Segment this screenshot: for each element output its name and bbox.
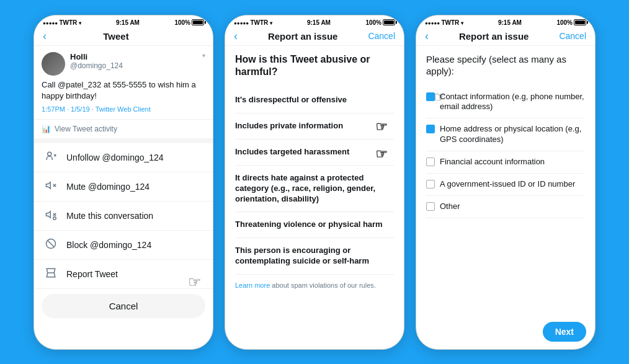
report-option-5[interactable]: This person is encouraging or contemplat… (235, 238, 394, 275)
checkbox-3[interactable] (426, 180, 435, 189)
unfollow-icon (44, 151, 58, 164)
next-button[interactable]: Next (543, 322, 586, 342)
report-option-1[interactable]: Includes private information ☞ (235, 113, 394, 140)
tweet-menu-icon[interactable]: ▾ (202, 52, 205, 59)
cancel-button-1[interactable]: Cancel (42, 294, 205, 318)
time-2: 9:15 AM (307, 19, 331, 26)
status-bar-3: ●●●●● TWTR ▾ 9:15 AM 100% (416, 16, 595, 27)
tweet-handle: @domingo_124 (70, 61, 197, 70)
signal-3: ●●●●● TWTR ▾ (425, 19, 463, 26)
menu-label-unfollow: Unfollow @domingo_124 (66, 153, 164, 162)
mute-convo-icon (44, 209, 58, 223)
menu-label-block: Block @domingo_124 (66, 240, 151, 250)
nav-bar-2: ‹ Report an issue Cancel (225, 27, 404, 46)
nav-title-1: Tweet (103, 31, 128, 42)
mute-user-icon (44, 180, 58, 193)
status-bar-1: ●●●●● TWTR ▾ 9:15 AM 100% (34, 16, 213, 27)
specify-title: Please specify (select as many as apply)… (426, 53, 585, 78)
nav-bar-3: ‹ Report an issue Cancel (416, 27, 595, 46)
report-icon (44, 267, 58, 281)
svg-point-7 (53, 217, 56, 220)
report-option-0[interactable]: It's disrespectful or offensive (235, 87, 394, 113)
cursor-hand-2: ☞ (375, 118, 388, 136)
tweet-user-info: Holli @domingo_124 (70, 52, 197, 70)
report-option-4[interactable]: Threatening violence or physical harm (235, 212, 394, 238)
svg-point-0 (48, 152, 51, 156)
signal-2: ●●●●● TWTR ▾ (234, 19, 272, 26)
menu-label-mute-convo: Mute this conversation (66, 211, 153, 221)
back-button-1[interactable]: ‹ (43, 30, 47, 43)
report-content: How is this Tweet abusive or harmful? It… (225, 46, 404, 349)
svg-line-9 (48, 241, 55, 247)
tweet-card: Holli @domingo_124 ▾ Call @patel_232 at … (34, 46, 213, 120)
battery-2: 100% (365, 19, 395, 26)
menu-label-report: Report Tweet (66, 269, 118, 279)
tweet-activity[interactable]: 📊 View Tweet activity (34, 120, 213, 143)
menu-item-mute-convo[interactable]: Mute this conversation (34, 202, 213, 231)
block-icon (44, 238, 58, 252)
report-option-2[interactable]: Includes targeted harassment ☞ (235, 140, 394, 166)
cursor-hand-2b: ☞ (375, 146, 388, 164)
battery-1: 100% (174, 19, 204, 26)
nav-title-2: Report an issue (268, 31, 338, 42)
phone-3: ●●●●● TWTR ▾ 9:15 AM 100% ‹ Report an is… (416, 15, 596, 350)
menu-label-mute-user: Mute @domingo_124 (66, 182, 149, 192)
battery-icon-3 (574, 19, 586, 25)
tweet-text: Call @patel_232 at 555-5555 to wish him … (42, 79, 205, 102)
checkbox-4[interactable] (426, 202, 435, 211)
tweet-meta: 1:57PM · 1/5/19 · Twitter Web Client (42, 105, 205, 113)
back-button-2[interactable]: ‹ (234, 30, 238, 43)
menu-item-report[interactable]: Report Tweet ☞ (34, 260, 213, 289)
cursor-hand-1: ☞ (188, 273, 202, 291)
cancel-button-2[interactable]: Cancel (368, 31, 395, 41)
specify-content: Please specify (select as many as apply)… (416, 46, 595, 349)
cancel-button-3[interactable]: Cancel (559, 31, 586, 41)
checkbox-2[interactable] (426, 158, 435, 166)
time-1: 9:15 AM (116, 19, 140, 26)
menu-item-mute-user[interactable]: Mute @domingo_124 (34, 172, 213, 202)
cursor-hand-3: ☞ (434, 89, 446, 107)
learn-more: Learn more about spam violations of our … (235, 281, 394, 290)
checkbox-item-4[interactable]: Other (426, 196, 585, 218)
nav-title-3: Report an issue (459, 31, 529, 42)
checkbox-item-2[interactable]: Financial account information (426, 151, 585, 174)
report-option-3[interactable]: It directs hate against a protected cate… (235, 166, 394, 213)
nav-bar-1: ‹ Tweet (34, 27, 213, 46)
status-bar-2: ●●●●● TWTR ▾ 9:15 AM 100% (225, 16, 404, 27)
checkbox-1[interactable] (426, 125, 435, 133)
phone-2: ●●●●● TWTR ▾ 9:15 AM 100% ‹ Report an is… (225, 15, 404, 350)
checkbox-item-1[interactable]: Home address or physical location (e.g, … (426, 118, 585, 151)
menu-item-block[interactable]: Block @domingo_124 (34, 231, 213, 260)
battery-icon-2 (383, 19, 395, 25)
time-3: 9:15 AM (498, 19, 522, 26)
signal-1: ●●●●● TWTR ▾ (43, 19, 81, 26)
report-question: How is this Tweet abusive or harmful? (235, 53, 394, 79)
back-button-3[interactable]: ‹ (425, 30, 429, 43)
battery-icon-1 (192, 19, 204, 25)
avatar (42, 52, 65, 76)
phone-1: ●●●●● TWTR ▾ 9:15 AM 100% ‹ Tweet Holli … (33, 15, 213, 350)
battery-3: 100% (556, 19, 586, 26)
tweet-username: Holli (70, 52, 197, 61)
checkbox-item-0[interactable]: Contact information (e.g, phone number, … (426, 86, 585, 119)
menu-item-unfollow[interactable]: Unfollow @domingo_124 (34, 143, 213, 172)
checkbox-item-3[interactable]: A government-issued ID or ID number (426, 174, 585, 196)
